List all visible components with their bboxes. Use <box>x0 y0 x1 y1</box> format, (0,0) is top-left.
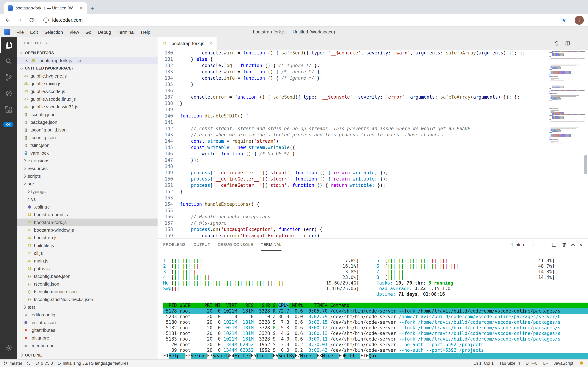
tree-item-cli.js[interactable]: JScli.js <box>17 249 157 257</box>
settings-gear-icon[interactable] <box>0 340 17 356</box>
tree-item-.gitignore[interactable]: .gitignore <box>17 334 157 342</box>
tree-item-gulpfile.vscode.win32.js[interactable]: JSgulpfile.vscode.win32.js <box>17 103 157 111</box>
code-line[interactable]: } else { <box>180 56 547 62</box>
search-icon[interactable] <box>0 53 17 69</box>
maximize-panel-icon[interactable] <box>571 244 575 247</box>
tree-item-gulpfile.vscode.js[interactable]: JSgulpfile.vscode.js <box>17 88 157 95</box>
tree-item-test[interactable]: test <box>17 303 157 311</box>
code-line[interactable]: const writable = new stream.Writable({ <box>180 144 547 150</box>
git-branch-indicator[interactable]: master <box>3 361 22 366</box>
panel-tab-problems[interactable]: PROBLEMS <box>163 239 186 251</box>
tree-item-.mention-bot[interactable]: .mention-bot <box>17 342 157 350</box>
tree-item-buildfile.js[interactable]: JSbuildfile.js <box>17 242 157 249</box>
tree-item-.gitattributes[interactable]: .gitattributes <box>17 326 157 334</box>
process-row[interactable]: 5181 root 20 0 1021M 181M 3328 S 4.6 0.6… <box>163 331 588 336</box>
code-line[interactable]: console.error = function () { safeSend({… <box>180 94 547 100</box>
browser-avatar[interactable]: J <box>575 16 584 25</box>
problems-indicator[interactable]: 0 0 <box>35 361 53 366</box>
editor-scrollbar[interactable] <box>584 155 587 174</box>
code-line[interactable]: console.error('Uncaught Exception: ' + e… <box>180 233 547 239</box>
new-tab-button[interactable]: + <box>90 5 94 12</box>
indentation-setting[interactable]: Tab Size: 4 <box>499 361 520 366</box>
sync-icon[interactable] <box>554 41 559 46</box>
code-line[interactable]: process.on('uncaughtException', function… <box>180 226 547 233</box>
panel-tab-debug-console[interactable]: DEBUG CONSOLE <box>218 239 253 251</box>
tree-item-main.js[interactable]: JSmain.js <box>17 257 157 265</box>
explorer-icon[interactable] <box>0 37 17 53</box>
menu-debug[interactable]: Debug <box>95 30 114 35</box>
encoding-setting[interactable]: UTF-8 <box>526 361 538 366</box>
code-line[interactable]: // error when we are inside a forked pro… <box>180 132 547 138</box>
menu-help[interactable]: Help <box>138 30 153 35</box>
minimap[interactable] <box>547 50 588 239</box>
code-line[interactable]: const stream = require('stream'); <box>180 138 547 144</box>
code-line[interactable]: // Handle uncaught exceptions <box>180 214 547 220</box>
menu-view[interactable]: View <box>66 30 82 35</box>
tree-item-vs[interactable]: vs <box>17 195 157 203</box>
split-terminal-icon[interactable] <box>551 242 557 247</box>
reload-button[interactable] <box>28 17 35 24</box>
tree-item-gulpfile.mixin.js[interactable]: JSgulpfile.mixin.js <box>17 80 157 88</box>
process-row[interactable]: 39 root 20 0 1344M 62052 1952 S 0.0 0.2 … <box>163 347 588 353</box>
tree-item-paths.js[interactable]: JSpaths.js <box>17 265 157 272</box>
code-line[interactable]: console.warn = function () { safeSend({ … <box>180 50 547 56</box>
cursor-position[interactable]: Ln 1, Col 1 <box>473 361 494 366</box>
tree-item-scripts[interactable]: scripts <box>17 172 157 180</box>
tab-close-icon[interactable]: × <box>79 6 83 10</box>
tree-item-tsconfig.monaco.json[interactable]: {}tsconfig.monaco.json <box>17 288 157 296</box>
terminal-picker[interactable]: 1: htop <box>508 241 538 249</box>
tree-item-tslint.json[interactable]: {}tslint.json <box>17 142 157 149</box>
site-info-icon[interactable]: i <box>43 17 49 23</box>
notifications-bell-icon[interactable] <box>579 361 584 366</box>
tree-item-.editorconfig[interactable]: .editorconfig <box>17 311 157 319</box>
tree-item-yarn.lock[interactable]: yarn.lock <box>17 149 157 157</box>
tree-item-bootstrap.js[interactable]: JSbootstrap.js <box>17 234 157 242</box>
code-line[interactable] <box>180 107 547 113</box>
new-terminal-icon[interactable]: + <box>543 242 547 248</box>
outline-section[interactable]: OUTLINE <box>17 351 157 359</box>
open-editors-header[interactable]: OPEN EDITORS <box>17 49 157 57</box>
code-line[interactable]: }); <box>180 157 547 163</box>
tree-item-resources[interactable]: resources <box>17 165 157 172</box>
code-line[interactable]: process['__defineGetter__']('stderr', fu… <box>180 176 547 182</box>
code-area[interactable]: console.warn = function () { safeSend({ … <box>180 50 547 239</box>
address-bar[interactable]: i ide.coder.com ★ <box>40 15 570 25</box>
code-line[interactable] <box>180 195 547 201</box>
tree-item-package.json[interactable]: {}package.json <box>17 118 157 126</box>
tab-close-icon[interactable]: × <box>209 41 212 46</box>
process-row[interactable]: 5183 root 20 0 1021M 181M 3328 S 4.0 0.6… <box>163 336 588 342</box>
code-line[interactable]: // const stdout, stderr and stdin be no-… <box>180 125 547 132</box>
menu-terminal[interactable]: Terminal <box>114 30 138 35</box>
sync-status[interactable] <box>26 361 31 366</box>
code-line[interactable] <box>180 207 547 214</box>
code-line[interactable]: write: function () { /* No OP */ } <box>180 150 547 157</box>
code-line[interactable]: } <box>180 100 547 107</box>
tree-item-gulpfile.hygiene.js[interactable]: JSgulpfile.hygiene.js <box>17 72 157 80</box>
open-editor-item[interactable]: × JS bootstrap-fork.js src <box>17 57 157 64</box>
code-line[interactable] <box>180 119 547 125</box>
process-row[interactable]: 20 root 20 0 1344M 62052 1952 S 3.3 0.2 … <box>163 342 588 347</box>
off-toggle[interactable]: Off <box>3 122 14 127</box>
tree-item-jsconfig.json[interactable]: {}jsconfig.json <box>17 111 157 118</box>
process-row[interactable]: 5182 root 20 0 1021M 181M 3328 R 5.3 0.6… <box>163 325 588 331</box>
eol-setting[interactable]: LF <box>543 361 548 366</box>
menu-selection[interactable]: Selection <box>41 30 66 35</box>
editor-tab[interactable]: JS bootstrap-fork.js × <box>157 37 216 50</box>
tree-item-gulpfile.vscode.linux.js[interactable]: JSgulpfile.vscode.linux.js <box>17 95 157 103</box>
code-line[interactable] <box>180 163 547 169</box>
forward-button[interactable] <box>16 17 23 24</box>
code-line[interactable]: // @ts-ignore <box>180 220 547 226</box>
bookmark-star-icon[interactable]: ★ <box>561 17 566 24</box>
debug-icon[interactable] <box>0 85 17 101</box>
panel-tab-output[interactable]: OUTPUT <box>193 239 210 251</box>
code-line[interactable]: function handleExceptions() { <box>180 201 547 207</box>
menu-go[interactable]: Go <box>82 30 95 35</box>
more-actions-icon[interactable]: ··· <box>576 41 582 46</box>
menu-file[interactable]: File <box>13 30 27 35</box>
language-mode[interactable]: JavaScript <box>554 361 573 366</box>
tree-item-extensions[interactable]: extensions <box>17 157 157 165</box>
code-line[interactable]: } <box>180 188 547 195</box>
tree-item-bootstrap-fork.js[interactable]: JSbootstrap-fork.js <box>17 218 157 226</box>
code-line[interactable]: console.warn = function () { /* ignore *… <box>180 69 547 75</box>
source-control-icon[interactable] <box>0 69 17 85</box>
